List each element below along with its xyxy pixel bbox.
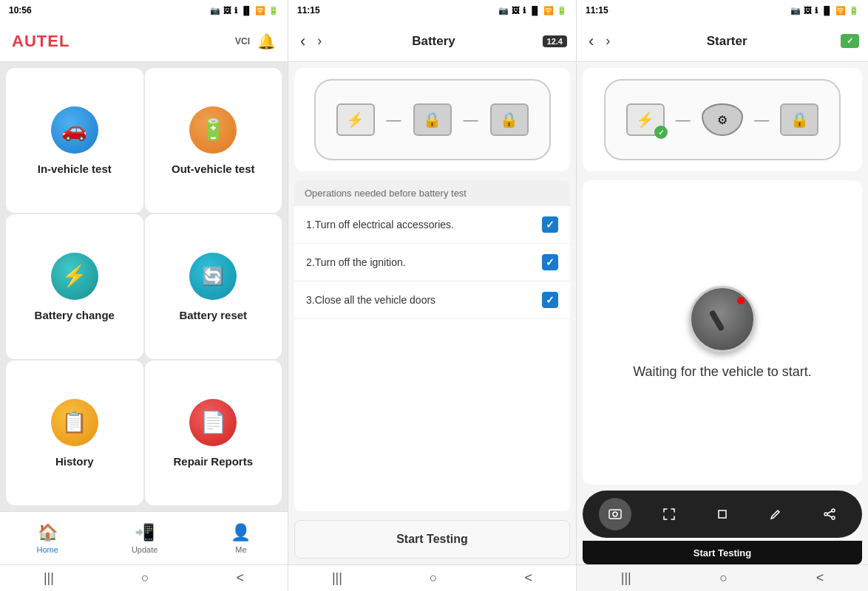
in-vehicle-test-label: In-vehicle test [38, 163, 112, 175]
battery-status-3: 🔋 [849, 6, 859, 16]
android-back-btn-2[interactable]: < [525, 570, 533, 586]
battery-check-overlay: ✓ [654, 126, 668, 139]
starter-motor-component: ⚙ [702, 103, 743, 136]
status-icons-3: 📷 🖼 ℹ ▐▌ 🛜 🔋 [790, 6, 859, 16]
image-icon-1: 🖼 [223, 6, 231, 15]
signal-icon-3: ▐▌ [821, 6, 833, 15]
grid-item-out-vehicle-test[interactable]: 🔋 Out-vehicle test [145, 68, 282, 213]
history-label: History [55, 455, 94, 468]
grid-item-battery-reset[interactable]: 🔄 Battery reset [145, 214, 282, 359]
grid-item-battery-change[interactable]: ⚡ Battery change [6, 214, 143, 359]
checkbox-1[interactable]: ✓ [542, 216, 558, 233]
panel-starter: 11:15 📷 🖼 ℹ ▐▌ 🛜 🔋 ‹ › Starter ✓ ⚡ ✓ — [577, 0, 868, 591]
nav-home[interactable]: 🏠 Home [37, 523, 58, 554]
forward-button-3[interactable]: › [603, 30, 613, 52]
car-outline-starter: ⚡ ✓ — ⚙ — 🔒 [604, 79, 841, 160]
out-vehicle-test-label: Out-vehicle test [172, 163, 255, 175]
operation-text-2: 2.Turn off the ignition. [306, 256, 406, 268]
android-home-btn-3[interactable]: ○ [719, 570, 728, 586]
screenshot-tool-icon[interactable] [599, 498, 631, 530]
forward-button-2[interactable]: › [314, 30, 325, 52]
android-back-btn-1[interactable]: < [237, 570, 245, 586]
time-3: 11:15 [586, 5, 608, 16]
waiting-text: Waiting for the vehicle to start. [633, 364, 811, 380]
svg-point-1 [613, 512, 617, 516]
checkbox-3[interactable]: ✓ [542, 292, 558, 308]
starter-diagram: ⚡ ✓ — ⚙ — 🔒 [583, 68, 862, 171]
start-testing-overlay[interactable]: Start Testing [583, 541, 862, 564]
ignition-dial [689, 286, 756, 352]
svg-point-3 [832, 509, 835, 512]
grid-item-in-vehicle-test[interactable]: 🚗 In-vehicle test [6, 68, 143, 213]
start-testing-button[interactable]: Start Testing [294, 520, 570, 558]
out-vehicle-test-icon: 🔋 [189, 106, 237, 154]
ignition-indicator [709, 310, 725, 332]
android-home-btn-1[interactable]: ○ [141, 570, 149, 586]
nav-update[interactable]: 📲 Update [132, 523, 157, 554]
arrow-s1: — [676, 112, 691, 129]
operation-item-2: 2.Turn off the ignition. ✓ [294, 244, 570, 281]
android-back-btn-3[interactable]: < [816, 570, 824, 586]
panel-battery: 11:15 📷 🖼 ℹ ▐▌ 🛜 🔋 ‹ › Battery 12.4 ⚡ — … [288, 0, 577, 591]
image-icon-3: 🖼 [804, 6, 812, 15]
image-icon-2: 🖼 [512, 6, 520, 15]
battery-title: Battery [330, 34, 536, 49]
checkbox-2[interactable]: ✓ [542, 254, 558, 270]
back-button-2[interactable]: ‹ [297, 29, 308, 54]
battery-box-starter: ⚡ ✓ [626, 103, 665, 136]
android-menu-btn-2[interactable]: ||| [332, 570, 342, 586]
status-bar-1: 10:56 📷 🖼 ℹ ▐▌ 🛜 🔋 [0, 0, 288, 21]
grid-item-repair-reports[interactable]: 📄 Repair Reports [145, 361, 282, 505]
wifi-icon-3: 🛜 [835, 6, 846, 16]
android-nav-2: ||| ○ < [288, 564, 576, 591]
battery-header: ‹ › Battery 12.4 [288, 21, 576, 62]
operation-item-3: 3.Close all the vehicle doors ✓ [294, 281, 570, 319]
camera-icon-2: 📷 [498, 6, 509, 16]
lock-component-1: 🔒 [413, 103, 452, 136]
battery-change-label: Battery change [35, 309, 115, 321]
lock-box-starter: 🔒 [780, 103, 818, 136]
svg-rect-2 [719, 510, 726, 518]
operation-text-3: 3.Close all the vehicle doors [306, 294, 435, 306]
pen-tool-icon[interactable] [759, 498, 792, 530]
starter-motor-box: ⚙ [702, 103, 743, 136]
operation-item-1: 1.Turn off electrical accessories. ✓ [294, 206, 570, 244]
android-menu-btn-1[interactable]: ||| [44, 570, 54, 586]
info-icon-1: ℹ [234, 6, 237, 16]
nav-me[interactable]: 👤 Me [231, 523, 251, 554]
vci-badge: VCI [235, 36, 250, 47]
bottom-nav-1: 🏠 Home 📲 Update 👤 Me [0, 511, 288, 564]
battery-status-2: 🔋 [557, 6, 567, 16]
me-icon: 👤 [231, 523, 251, 542]
status-bar-2: 11:15 📷 🖼 ℹ ▐▌ 🛜 🔋 [288, 0, 576, 21]
panel-main-menu: 10:56 📷 🖼 ℹ ▐▌ 🛜 🔋 AUTEL VCI 🔔 🚗 In-vehi… [0, 0, 288, 591]
android-home-btn-2[interactable]: ○ [430, 570, 438, 586]
me-label: Me [235, 545, 246, 554]
operations-section: Operations needed before battery test 1.… [294, 180, 570, 511]
signal-icon-1: ▐▌ [240, 6, 252, 15]
update-icon: 📲 [135, 523, 155, 542]
bottom-toolbar [583, 491, 862, 538]
battery-status-1: 🔋 [268, 6, 279, 16]
battery-component: ⚡ [336, 103, 375, 136]
battery-diagram: ⚡ — 🔒 — 🔒 [294, 68, 570, 171]
svg-point-5 [832, 516, 835, 519]
expand-tool-icon[interactable] [653, 498, 685, 530]
grid-item-history[interactable]: 📋 History [6, 361, 143, 505]
info-icon-3: ℹ [815, 6, 818, 16]
android-menu-btn-3[interactable]: ||| [621, 570, 631, 586]
main-grid: 🚗 In-vehicle test 🔋 Out-vehicle test ⚡ B… [0, 62, 288, 511]
crop-tool-icon[interactable] [706, 498, 739, 530]
svg-point-4 [824, 513, 827, 516]
info-icon-2: ℹ [523, 6, 526, 16]
lock-box-1: 🔒 [413, 103, 452, 136]
back-button-3[interactable]: ‹ [586, 29, 597, 54]
autel-logo: AUTEL [12, 32, 69, 51]
operations-title: Operations needed before battery test [305, 188, 467, 199]
notification-icon[interactable]: 🔔 [257, 33, 276, 50]
time-2: 11:15 [297, 5, 320, 16]
car-outline-diagram: ⚡ — 🔒 — 🔒 [314, 79, 551, 160]
header-icons-1: VCI 🔔 [235, 33, 276, 50]
battery-reset-label: Battery reset [179, 309, 247, 321]
share-tool-icon[interactable] [813, 498, 846, 530]
